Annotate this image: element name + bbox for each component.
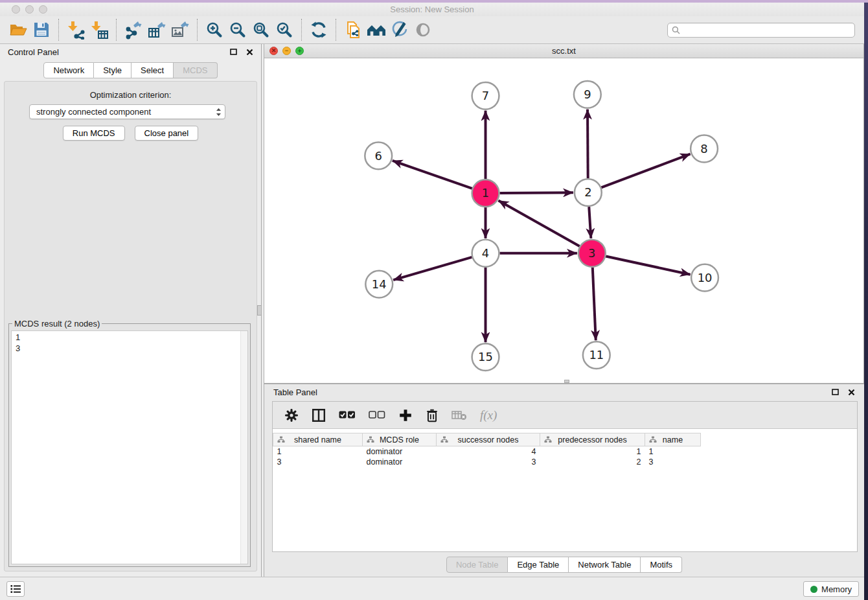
column-header-name[interactable]: name (645, 433, 701, 446)
close-panel-button[interactable] (246, 49, 253, 56)
optimization-criterion-label: Optimization criterion: (5, 90, 257, 100)
cell-successor-nodes[interactable]: 4 (437, 446, 540, 457)
result-scrollbar[interactable] (240, 331, 247, 564)
column-header-successor-nodes[interactable]: successor nodes (437, 433, 540, 446)
clone-network-button[interactable] (341, 19, 365, 41)
select-all-rows-button[interactable] (339, 411, 356, 419)
graph-node-9[interactable]: 9 (574, 81, 601, 108)
table-tab-edge-table[interactable]: Edge Table (508, 557, 569, 573)
edge-1-2[interactable] (499, 192, 573, 193)
cell-name[interactable]: 3 (645, 457, 701, 467)
table-tab-network-table[interactable]: Network Table (569, 557, 641, 573)
table-toolbar: f(x) (273, 402, 857, 429)
cell-shared-name[interactable]: 3 (273, 457, 363, 467)
graph-node-1[interactable]: 1 (472, 179, 499, 207)
network-graph[interactable]: 7968124314101511 (264, 58, 863, 383)
cell-successor-nodes[interactable]: 3 (437, 457, 540, 467)
open-session-button[interactable] (6, 19, 30, 41)
nested-network-button[interactable] (365, 19, 388, 41)
save-session-button[interactable] (30, 19, 53, 41)
network-window-title: scc.txt (264, 46, 863, 56)
show-column-panel-button[interactable] (312, 408, 326, 422)
table-row[interactable]: 1dominator411 (273, 446, 701, 457)
apply-layout-button[interactable] (307, 19, 330, 41)
float-panel-button[interactable] (230, 49, 237, 55)
cell-MCDS-role[interactable]: dominator (363, 457, 437, 467)
edge-3-10[interactable] (606, 256, 690, 274)
zoom-out-button[interactable] (226, 19, 249, 41)
import-table-button[interactable] (87, 19, 111, 41)
graph-node-2[interactable]: 2 (575, 179, 602, 206)
cell-predecessor-nodes[interactable]: 2 (540, 457, 645, 467)
network-window-titlebar[interactable]: ✕ − ＋ scc.txt (264, 44, 863, 58)
panel-divider-handle[interactable] (257, 305, 262, 316)
graph-node-7[interactable]: 7 (472, 82, 499, 110)
edge-1-6[interactable] (393, 161, 472, 189)
edge-3-11[interactable] (593, 268, 596, 341)
column-header-predecessor-nodes[interactable]: predecessor nodes (540, 433, 645, 446)
zoom-in-button[interactable] (203, 19, 226, 41)
table-row[interactable]: 3dominator323 (273, 457, 701, 467)
hide-selected-button[interactable] (411, 19, 435, 41)
run-mcds-button[interactable]: Run MCDS (63, 126, 125, 141)
zoom-selected-button[interactable] (273, 19, 296, 41)
network-resize-handle[interactable] (564, 380, 569, 383)
control-panel-tabs: NetworkStyleSelectMCDS (0, 62, 261, 78)
zoom-fit-button[interactable] (249, 19, 273, 41)
edge-2-3[interactable] (589, 207, 591, 238)
column-header-shared-name[interactable]: shared name (273, 433, 363, 446)
control-panel-title: Control Panel (8, 47, 59, 57)
graph-node-6[interactable]: 6 (365, 143, 392, 170)
list-icon (10, 584, 21, 594)
edge-2-9[interactable] (588, 110, 588, 179)
search-input[interactable] (683, 23, 854, 37)
table-panel-title: Table Panel (273, 387, 317, 397)
import-network-button[interactable] (64, 19, 87, 41)
criterion-select[interactable]: strongly connected component (29, 104, 225, 119)
graph-node-14[interactable]: 14 (365, 271, 393, 298)
export-network-button[interactable] (122, 19, 145, 41)
graph-node-3[interactable]: 3 (578, 240, 606, 267)
delete-column-button[interactable] (426, 408, 439, 422)
toolbar-separator (58, 19, 59, 41)
cell-MCDS-role[interactable]: dominator (363, 446, 437, 457)
function-builder-button[interactable]: f(x) (480, 408, 497, 422)
node-label: 8 (700, 142, 707, 156)
tab-mcds[interactable]: MCDS (174, 62, 217, 78)
graph-node-4[interactable]: 4 (472, 240, 499, 267)
edge-3-1[interactable] (498, 200, 579, 246)
column-header-MCDS-role[interactable]: MCDS role (363, 433, 437, 446)
edge-2-8[interactable] (601, 154, 690, 188)
tab-select[interactable]: Select (131, 62, 174, 78)
graph-node-11[interactable]: 11 (583, 341, 610, 369)
graph-node-8[interactable]: 8 (691, 135, 718, 163)
memory-status-icon (810, 586, 817, 593)
table-tab-node-table[interactable]: Node Table (446, 557, 508, 573)
network-canvas[interactable]: 7968124314101511 (264, 58, 863, 383)
graph-node-15[interactable]: 15 (472, 343, 499, 371)
table-tab-motifs[interactable]: Motifs (641, 557, 682, 573)
close-table-panel-button[interactable] (848, 389, 855, 396)
deselect-all-rows-button[interactable] (369, 411, 385, 419)
memory-button[interactable]: Memory (803, 581, 859, 597)
apply-style-button[interactable] (388, 19, 411, 41)
edge-4-14[interactable] (393, 257, 472, 280)
cell-shared-name[interactable]: 1 (273, 446, 363, 457)
export-image-button[interactable] (168, 19, 192, 41)
delete-table-button[interactable] (451, 410, 467, 421)
close-panel-button-inner[interactable]: Close panel (135, 126, 199, 141)
graph-node-10[interactable]: 10 (691, 264, 718, 292)
search-box[interactable] (667, 23, 855, 38)
zoom-in-icon (205, 21, 223, 39)
tab-network[interactable]: Network (43, 62, 94, 78)
cell-predecessor-nodes[interactable]: 1 (540, 446, 645, 457)
table-options-button[interactable] (284, 408, 299, 422)
mcds-result-box[interactable]: 1 3 (11, 330, 248, 564)
mcds-result-text: 1 3 (12, 331, 247, 354)
cell-name[interactable]: 1 (645, 446, 701, 457)
float-table-panel-button[interactable] (832, 389, 839, 395)
export-table-button[interactable] (145, 19, 168, 41)
tab-style[interactable]: Style (94, 62, 131, 78)
task-history-button[interactable] (6, 581, 25, 597)
add-column-button[interactable] (398, 408, 413, 422)
